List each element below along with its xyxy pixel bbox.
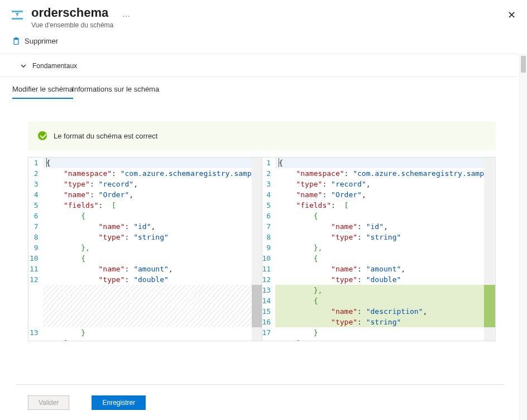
- page-scrollbar[interactable]: [519, 54, 527, 420]
- schema-icon: [10, 8, 25, 22]
- left-scroll-marker[interactable]: [252, 157, 262, 341]
- success-icon: [38, 131, 47, 140]
- diff-left-pane[interactable]: 1234567891011121314 { "namespace": "com.…: [28, 157, 262, 341]
- line-numbers-right: 123456789101112131415161718: [262, 157, 276, 341]
- code-left: { "namespace": "com.azure.schemaregistry…: [43, 157, 252, 341]
- validate-button: Valider: [28, 395, 69, 410]
- svg-rect-0: [12, 11, 23, 12]
- svg-rect-3: [14, 39, 18, 44]
- diff-right-pane[interactable]: 123456789101112131415161718 { "namespace…: [262, 157, 496, 341]
- fundamentals-label: Fondamentaux: [32, 62, 77, 70]
- svg-rect-4: [13, 38, 19, 39]
- more-button[interactable]: ···: [122, 11, 131, 20]
- delete-label: Supprimer: [25, 37, 58, 45]
- trash-icon: [12, 37, 20, 45]
- chevron-down-icon: [20, 63, 27, 69]
- delete-button[interactable]: Supprimer: [12, 37, 58, 45]
- code-right: { "namespace": "com.azure.schemaregistry…: [275, 157, 484, 341]
- page-subtitle: Vue d'ensemble du schéma: [31, 21, 113, 29]
- content-area: Fondamentaux Modifier le schéma Informat…: [0, 54, 518, 420]
- line-numbers-left: 1234567891011121314: [28, 157, 43, 341]
- status-text: Le format du schéma est correct: [54, 132, 157, 140]
- page-title: orderschema: [31, 6, 113, 20]
- tab-schema-info[interactable]: Informations sur le schéma: [72, 85, 159, 99]
- tab-bar: Modifier le schéma Informations sur le s…: [0, 77, 518, 99]
- save-button[interactable]: Enregistrer: [92, 395, 146, 410]
- right-scrollbar[interactable]: [494, 157, 495, 341]
- svg-rect-5: [15, 37, 17, 39]
- diff-editor: 1234567891011121314 { "namespace": "com.…: [28, 157, 496, 341]
- close-icon[interactable]: ✕: [507, 9, 516, 21]
- fundamentals-toggle[interactable]: Fondamentaux: [0, 54, 518, 77]
- tab-edit-schema[interactable]: Modifier le schéma: [12, 85, 73, 99]
- scrollbar-thumb[interactable]: [521, 56, 526, 73]
- status-banner: Le format du schéma est correct: [28, 121, 496, 150]
- svg-marker-2: [16, 13, 19, 17]
- right-diff-marker: [484, 157, 494, 341]
- svg-rect-1: [12, 18, 23, 20]
